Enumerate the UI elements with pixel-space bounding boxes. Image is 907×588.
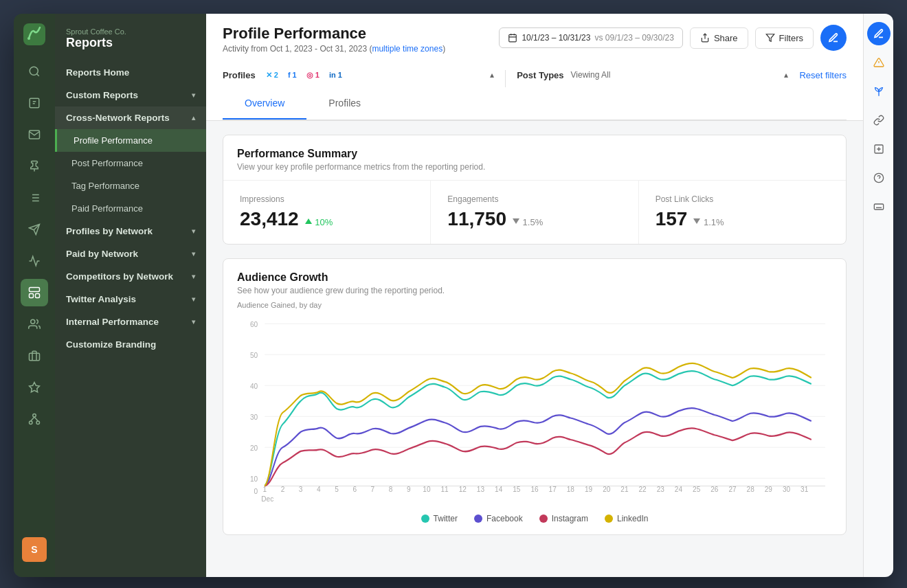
right-rail-link[interactable] <box>867 109 891 132</box>
svg-line-23 <box>31 417 34 421</box>
metrics-row: Impressions 23,412 10% Engagements 1 <box>223 181 846 244</box>
nav-reports[interactable] <box>21 279 48 306</box>
nav-publish[interactable] <box>21 216 48 243</box>
audience-growth-subtitle: See how your audience grew during the re… <box>237 286 832 295</box>
performance-summary-card: Performance Summary View your key profil… <box>223 135 847 245</box>
filter-icon <box>765 33 775 43</box>
nav-inbox[interactable] <box>21 121 48 148</box>
linkedin-line <box>265 363 811 486</box>
svg-marker-33 <box>693 218 700 224</box>
sidebar-item-profile-performance[interactable]: Profile Performance <box>55 129 206 152</box>
user-avatar[interactable]: S <box>22 537 47 562</box>
nav-star[interactable] <box>21 374 48 401</box>
sidebar-item-competitors-by-network[interactable]: Competitors by Network ▾ <box>55 265 206 288</box>
nav-briefcase[interactable] <box>21 342 48 370</box>
sidebar-item-cross-network[interactable]: Cross-Network Reports ▴ <box>55 106 206 129</box>
right-rail-edit[interactable] <box>867 22 891 45</box>
instagram-legend-dot <box>539 514 548 523</box>
post-types-filter[interactable]: Post Types Viewing All ▴ <box>506 70 788 87</box>
chevron-down-icon: ▾ <box>192 273 195 280</box>
right-rail-keyboard[interactable] <box>867 195 891 218</box>
main-content: Profile Performance Activity from Oct 1,… <box>206 14 863 577</box>
svg-text:20: 20 <box>250 443 258 452</box>
svg-text:0: 0 <box>254 486 258 495</box>
svg-text:30: 30 <box>250 412 258 421</box>
edit-icon <box>828 32 839 43</box>
header-info: Profile Performance Activity from Oct 1,… <box>223 25 445 54</box>
engagements-change: 1.5% <box>512 217 543 227</box>
filters-button[interactable]: Filters <box>755 27 814 49</box>
linkedin-legend-dot <box>605 514 613 523</box>
nav-search[interactable] <box>21 58 48 85</box>
impressions-label: Impressions <box>240 194 414 204</box>
nav-tasks[interactable] <box>21 184 48 212</box>
content-area: Performance Summary View your key profil… <box>206 121 863 577</box>
svg-text:40: 40 <box>250 381 258 390</box>
sidebar-item-paid-by-network[interactable]: Paid by Network ▾ <box>55 242 206 265</box>
audience-growth-card: Audience Growth See how your audience gr… <box>223 258 847 535</box>
sidebar-item-customize-branding[interactable]: Customize Branding <box>55 333 206 356</box>
right-rail-alert[interactable] <box>867 51 891 74</box>
svg-rect-18 <box>30 353 40 361</box>
sidebar-item-internal-performance[interactable]: Internal Performance ▾ <box>55 310 206 333</box>
filter-bar: Profiles ✕ 2 f 1 ◎ 1 in 1 ▴ Post Types V… <box>223 62 847 88</box>
right-rail-help[interactable] <box>867 166 891 190</box>
sidebar-item-custom-reports[interactable]: Custom Reports ▾ <box>55 84 206 106</box>
legend-instagram: Instagram <box>539 514 588 523</box>
svg-point-22 <box>36 421 40 425</box>
sidebar-brand: Sprout Coffee Co. Reports <box>55 25 206 61</box>
profiles-chevron-icon[interactable]: ▴ <box>490 70 494 80</box>
metric-engagements: Engagements 11,750 1.5% <box>431 181 638 244</box>
twitter-line <box>265 371 811 486</box>
right-rail-sprout[interactable] <box>867 80 891 103</box>
right-rail-add[interactable] <box>867 137 891 161</box>
engagements-label: Engagements <box>447 194 621 204</box>
sidebar-item-tag-performance[interactable]: Tag Performance <box>55 174 206 197</box>
svg-text:10: 10 <box>250 474 258 483</box>
app-logo[interactable] <box>22 22 47 47</box>
chevron-down-icon: ▾ <box>192 318 195 326</box>
svg-marker-19 <box>30 383 40 392</box>
share-icon <box>700 33 710 43</box>
sidebar-item-reports-home[interactable]: Reports Home <box>55 61 206 84</box>
profiles-label: Profiles <box>223 70 256 80</box>
reset-filters-button[interactable]: Reset filters <box>799 63 847 87</box>
svg-point-2 <box>30 67 38 75</box>
svg-point-21 <box>30 421 33 425</box>
header-top: Profile Performance Activity from Oct 1,… <box>223 25 847 54</box>
engagements-value: 11,750 1.5% <box>447 208 621 230</box>
facebook-legend-dot <box>474 514 482 523</box>
tab-overview[interactable]: Overview <box>223 88 306 120</box>
svg-line-24 <box>34 417 38 421</box>
nav-pin[interactable] <box>21 152 48 180</box>
timezone-link[interactable]: multiple time zones <box>372 44 443 54</box>
nav-network[interactable] <box>21 405 48 433</box>
share-button[interactable]: Share <box>690 27 748 49</box>
sidebar-item-profiles-by-network[interactable]: Profiles by Network ▾ <box>55 220 206 242</box>
link-icon <box>873 115 884 126</box>
metric-impressions: Impressions 23,412 10% <box>223 181 431 244</box>
sprout-icon <box>873 86 884 97</box>
audience-growth-title: Audience Growth <box>237 271 832 284</box>
nav-people[interactable] <box>21 310 48 338</box>
tab-profiles[interactable]: Profiles <box>306 88 383 120</box>
date-range-value: 10/1/23 – 10/31/23 <box>522 33 590 43</box>
nav-compose[interactable] <box>21 89 48 117</box>
edit-button[interactable] <box>820 25 847 51</box>
svg-rect-87 <box>874 204 883 210</box>
performance-summary-subtitle: View your key profile performance metric… <box>237 162 832 172</box>
chevron-up-icon: ▴ <box>192 114 195 122</box>
svg-marker-31 <box>305 218 312 224</box>
keyboard-icon <box>873 201 884 212</box>
page-subtitle: Activity from Oct 1, 2023 - Oct 31, 2023… <box>223 44 445 54</box>
sidebar-item-post-performance[interactable]: Post Performance <box>55 152 206 174</box>
date-range-button[interactable]: 10/1/23 – 10/31/23 vs 09/1/23 – 09/30/23 <box>499 27 683 48</box>
nav-analytics[interactable] <box>21 247 48 275</box>
post-types-label: Post Types <box>517 70 563 80</box>
sidebar-item-twitter-analysis[interactable]: Twitter Analysis ▾ <box>55 288 206 310</box>
chevron-down-icon: ▾ <box>192 227 195 235</box>
profiles-filter[interactable]: Profiles ✕ 2 f 1 ◎ 1 in 1 ▴ <box>223 70 506 87</box>
post-link-clicks-change: 1.1% <box>693 217 724 227</box>
svg-line-3 <box>36 74 38 76</box>
sidebar-item-paid-performance[interactable]: Paid Performance <box>55 197 206 220</box>
